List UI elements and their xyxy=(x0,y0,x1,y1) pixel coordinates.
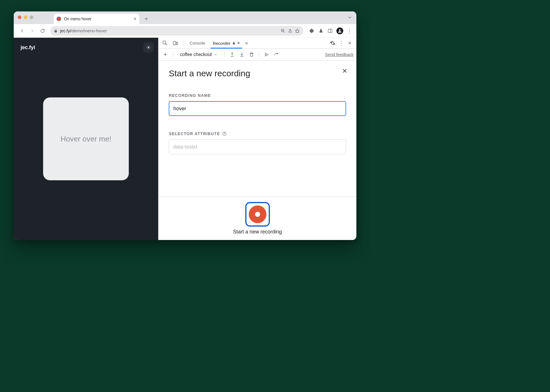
tab-title: On menu hover xyxy=(64,17,92,21)
svg-line-16 xyxy=(149,46,150,46)
forward-button[interactable] xyxy=(28,27,37,35)
browser-tab[interactable]: On menu hover × xyxy=(54,14,139,24)
selector-attribute-label: SELECTOR ATTRIBUTE xyxy=(169,131,346,136)
back-button[interactable] xyxy=(18,27,26,35)
inspect-element-icon[interactable] xyxy=(161,39,169,47)
zoom-out-icon[interactable] xyxy=(280,28,286,33)
devtools-panel: Console Recorder × » ⋮ × xyxy=(158,38,356,240)
toolbar: jec.fyi/demo/menu-hover xyxy=(14,24,356,38)
devtools-settings-icon[interactable] xyxy=(329,39,336,47)
svg-marker-23 xyxy=(266,53,268,56)
labs-icon[interactable] xyxy=(318,28,324,34)
replay-icon[interactable] xyxy=(263,51,271,59)
import-icon[interactable] xyxy=(238,51,246,59)
selector-attribute-input[interactable] xyxy=(169,139,346,154)
help-icon[interactable] xyxy=(222,131,227,136)
delete-icon[interactable] xyxy=(248,51,256,59)
bookmark-star-icon[interactable] xyxy=(295,28,300,33)
devtools-tab-bar: Console Recorder × » ⋮ × xyxy=(158,38,356,49)
close-recorder-tab-icon[interactable]: × xyxy=(237,41,240,46)
tab-recorder[interactable]: Recorder × xyxy=(210,38,242,49)
share-icon[interactable] xyxy=(288,29,292,33)
svg-line-15 xyxy=(147,48,147,49)
page-viewport: jec.fyi Hover over me! xyxy=(14,38,158,240)
recording-name-label: RECORDING NAME xyxy=(169,93,346,98)
devtools-close-icon[interactable]: × xyxy=(346,39,354,47)
hover-card[interactable]: Hover over me! xyxy=(43,97,129,180)
svg-line-1 xyxy=(284,31,285,33)
url-text: jec.fyi/demo/menu-hover xyxy=(60,28,107,33)
favicon-icon xyxy=(57,17,61,21)
replay-settings-icon[interactable] xyxy=(272,51,280,59)
svg-marker-4 xyxy=(295,29,299,33)
send-feedback-link[interactable]: Send feedback xyxy=(325,52,354,57)
tab-strip: On menu hover × + xyxy=(14,11,356,24)
address-bar[interactable]: jec.fyi/demo/menu-hover xyxy=(50,26,303,36)
device-toolbar-icon[interactable] xyxy=(172,39,179,47)
recorder-footer: Start a new recording xyxy=(158,197,356,240)
close-tab-button[interactable]: × xyxy=(133,16,137,22)
new-tab-button[interactable]: + xyxy=(142,15,150,23)
tab-console[interactable]: Console xyxy=(187,38,208,48)
devtools-menu-icon[interactable]: ⋮ xyxy=(338,39,345,47)
reload-button[interactable] xyxy=(38,27,47,35)
chevron-down-icon xyxy=(214,53,218,57)
chrome-menu-icon[interactable]: ⋮ xyxy=(347,28,352,34)
profile-avatar[interactable] xyxy=(336,27,343,34)
browser-window: On menu hover × + jec.fyi/demo/menu-hove… xyxy=(14,11,356,240)
more-tabs-chevron-icon[interactable]: » xyxy=(245,40,248,46)
panel-title: Start a new recording xyxy=(169,69,346,78)
recorder-body: ✕ Start a new recording RECORDING NAME S… xyxy=(158,61,356,197)
site-brand: jec.fyi xyxy=(21,45,35,51)
close-window-button[interactable] xyxy=(18,15,21,19)
toolbar-actions: ⋮ xyxy=(309,27,352,34)
lock-icon xyxy=(54,29,58,33)
minimize-window-button[interactable] xyxy=(24,15,27,19)
close-panel-button[interactable]: ✕ xyxy=(342,67,347,75)
extensions-icon[interactable] xyxy=(309,28,315,34)
content-area: jec.fyi Hover over me! Console Record xyxy=(14,38,356,240)
svg-line-14 xyxy=(149,48,150,49)
side-panel-icon[interactable] xyxy=(327,28,333,34)
svg-rect-5 xyxy=(328,29,332,33)
svg-rect-18 xyxy=(173,41,176,45)
svg-point-7 xyxy=(339,29,340,31)
svg-point-8 xyxy=(148,47,149,48)
start-recording-label: Start a new recording xyxy=(233,229,282,235)
new-recording-icon[interactable]: + xyxy=(161,51,169,59)
recorder-toolbar: + coffee checkout xyxy=(158,49,356,61)
recording-selector[interactable]: coffee checkout xyxy=(176,50,221,59)
traffic-lights xyxy=(18,15,33,19)
svg-rect-19 xyxy=(176,42,178,45)
theme-toggle-button[interactable] xyxy=(143,42,154,53)
recording-name-input[interactable] xyxy=(169,101,346,116)
record-icon xyxy=(249,205,266,223)
maximize-window-button[interactable] xyxy=(30,15,33,19)
tab-overflow-chevron-icon[interactable] xyxy=(347,15,352,20)
svg-line-13 xyxy=(147,46,147,46)
flask-icon xyxy=(232,41,236,45)
start-recording-button[interactable] xyxy=(245,202,270,227)
hover-card-text: Hover over me! xyxy=(61,135,111,143)
export-icon[interactable] xyxy=(228,51,236,59)
